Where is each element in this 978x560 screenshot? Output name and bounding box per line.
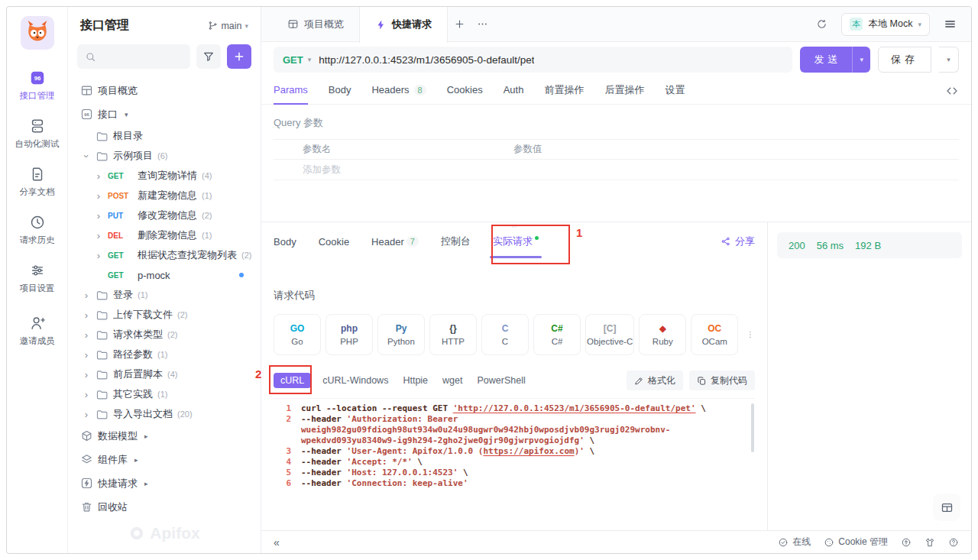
expand-arrow-icon[interactable]: › bbox=[82, 370, 91, 380]
language-card-csharp[interactable]: C# C# bbox=[533, 314, 581, 355]
tree-item-quick-request[interactable]: 快捷请求 ▸ bbox=[77, 471, 251, 495]
send-button[interactable]: 发送 ▾ bbox=[800, 47, 870, 73]
expand-arrow-icon[interactable]: › bbox=[94, 251, 103, 261]
copy-code-button[interactable]: 复制代码 bbox=[689, 371, 755, 390]
add-param-row[interactable]: 添加参数 bbox=[274, 160, 959, 180]
refresh-button[interactable] bbox=[811, 14, 832, 35]
branch-selector[interactable]: main ▾ bbox=[208, 21, 248, 31]
share-button[interactable]: 分享 bbox=[721, 235, 755, 248]
expand-arrow-icon[interactable]: › bbox=[94, 231, 103, 241]
online-status[interactable]: 在线 bbox=[778, 536, 811, 549]
language-card-ocaml[interactable]: OC OCam bbox=[691, 314, 738, 355]
filter-button[interactable] bbox=[196, 44, 221, 69]
expand-arrow-icon[interactable]: › bbox=[82, 290, 91, 300]
response-tab-actual-request[interactable]: 实际请求 bbox=[493, 235, 539, 248]
rail-item-api-management[interactable]: 96 接口管理 bbox=[15, 70, 60, 102]
more-languages-icon[interactable] bbox=[746, 329, 755, 340]
language-card-objective-c[interactable]: [C] Objective-C bbox=[585, 314, 634, 355]
new-tab-button[interactable] bbox=[448, 13, 471, 36]
tree-item-row-13[interactable]: › 路径参数 (1) bbox=[77, 345, 251, 364]
tree-item-recycle-bin[interactable]: 回收站 bbox=[77, 495, 251, 519]
rail-item-invite-members[interactable]: 邀请成员 bbox=[15, 315, 60, 347]
code-scrollbar[interactable] bbox=[751, 403, 754, 452]
tree-item-row-6[interactable]: ›PUT 修改宠物信息 (2) bbox=[77, 206, 251, 225]
generate-code-icon[interactable] bbox=[945, 84, 959, 98]
tree-item-row-12[interactable]: › 请求体类型 (2) bbox=[77, 325, 251, 345]
tree-item-example-project[interactable]: › 示例项目 (6) bbox=[77, 146, 251, 166]
layout-toggle-button[interactable] bbox=[933, 494, 960, 521]
apifox-logo[interactable] bbox=[21, 16, 54, 50]
response-tab-body[interactable]: Body bbox=[274, 236, 296, 248]
tree-item-row-9[interactable]: GET p-mock bbox=[77, 265, 251, 285]
expand-arrow-icon[interactable]: › bbox=[82, 330, 91, 340]
response-tab-console[interactable]: 控制台 bbox=[441, 235, 471, 248]
rail-item-request-history[interactable]: 请求历史 bbox=[15, 214, 60, 246]
expand-arrow-icon[interactable]: › bbox=[82, 350, 91, 360]
tree-item-row-10[interactable]: › 登录 (1) bbox=[77, 285, 251, 305]
code-tab-powershell[interactable]: PowerShell bbox=[475, 373, 526, 388]
theme-button[interactable] bbox=[925, 537, 935, 548]
menu-button[interactable] bbox=[939, 14, 960, 35]
rail-item-project-settings[interactable]: 项目设置 bbox=[15, 262, 60, 294]
url-bar[interactable]: GET ▾ http://127.0.0.1:4523/m1/3656905-0… bbox=[274, 47, 792, 73]
expand-arrow-icon[interactable]: › bbox=[82, 310, 91, 320]
request-tab-cookies[interactable]: Cookies bbox=[447, 77, 483, 105]
method-select[interactable]: GET bbox=[283, 54, 303, 66]
request-tab-auth[interactable]: Auth bbox=[504, 77, 524, 105]
request-tab-headers[interactable]: Headers8 bbox=[371, 77, 426, 105]
tab-overflow-button[interactable] bbox=[471, 13, 494, 36]
request-tab-post-ops[interactable]: 后置操作 bbox=[604, 77, 644, 105]
save-options-caret[interactable]: ▾ bbox=[939, 47, 959, 73]
add-api-button[interactable] bbox=[227, 44, 251, 69]
expand-arrow-icon[interactable]: › bbox=[94, 171, 103, 181]
cookie-manager[interactable]: Cookie 管理 bbox=[824, 536, 888, 549]
request-tab-body[interactable]: Body bbox=[329, 77, 351, 105]
expand-arrow-icon[interactable]: › bbox=[94, 191, 103, 201]
code-tab-curl-windows[interactable]: cURL-Windows bbox=[321, 373, 390, 388]
expand-arrow-icon[interactable]: › bbox=[82, 390, 91, 400]
language-card-go[interactable]: GO Go bbox=[274, 314, 321, 355]
language-card-http[interactable]: {} HTTP bbox=[429, 314, 477, 355]
expand-arrow-icon[interactable]: › bbox=[82, 151, 92, 160]
tree-item-apis[interactable]: 96 接口 ▾ bbox=[77, 102, 251, 126]
collapse-sidebar-button[interactable]: « bbox=[274, 536, 280, 549]
tree-item-components[interactable]: 组件库 ▸ bbox=[77, 448, 251, 471]
language-card-ruby[interactable]: ◆ Ruby bbox=[639, 314, 686, 355]
language-card-c[interactable]: C C bbox=[481, 314, 529, 355]
format-button[interactable]: 格式化 bbox=[627, 371, 683, 390]
tab-quick-request[interactable]: 快捷请求 bbox=[359, 7, 448, 43]
tree-item-row-11[interactable]: › 上传下载文件 (2) bbox=[77, 305, 251, 325]
expand-arrow-icon[interactable]: › bbox=[82, 409, 91, 419]
code-tab-wget[interactable]: wget bbox=[441, 373, 464, 388]
tree-item-row-14[interactable]: › 前后置脚本 (4) bbox=[77, 364, 251, 384]
tree-item-row-16[interactable]: › 导入导出文档 (20) bbox=[77, 404, 251, 424]
upgrade-button[interactable] bbox=[901, 537, 912, 548]
tree-item-row-7[interactable]: ›DEL 删除宠物信息 (1) bbox=[77, 225, 251, 245]
env-selector[interactable]: 本 本地 Mock ▾ bbox=[841, 13, 930, 36]
language-card-php[interactable]: php PHP bbox=[325, 314, 373, 355]
expand-arrow-icon[interactable]: › bbox=[94, 211, 103, 221]
tab-project-overview[interactable]: 项目概览 bbox=[272, 7, 359, 42]
send-options-caret[interactable]: ▾ bbox=[852, 47, 870, 73]
code-tab-httpie[interactable]: Httpie bbox=[401, 373, 429, 388]
tree-item-row-15[interactable]: › 其它实践 (1) bbox=[77, 384, 251, 404]
tree-item-root-folder[interactable]: 根目录 bbox=[77, 126, 251, 146]
request-tab-settings[interactable]: 设置 bbox=[665, 77, 685, 105]
tree-item-row-4[interactable]: ›GET 查询宠物详情 (4) bbox=[77, 166, 251, 186]
tree-item-row-5[interactable]: ›POST 新建宠物信息 (1) bbox=[77, 186, 251, 206]
response-tab-cookie[interactable]: Cookie bbox=[319, 236, 349, 248]
help-button[interactable] bbox=[948, 537, 959, 548]
search-input[interactable] bbox=[77, 44, 190, 69]
request-tab-pre-ops[interactable]: 前置操作 bbox=[544, 77, 584, 105]
request-tab-params[interactable]: Params bbox=[274, 77, 308, 105]
tree-item-project-overview[interactable]: 项目概览 bbox=[77, 79, 251, 102]
tree-item-row-8[interactable]: ›GET 根据状态查找宠物列表 (2) bbox=[77, 245, 251, 265]
rail-item-automated-testing[interactable]: 自动化测试 bbox=[15, 118, 60, 150]
url-input[interactable]: http://127.0.0.1:4523/m1/3656905-0-defau… bbox=[319, 54, 534, 66]
language-card-python[interactable]: Py Python bbox=[377, 314, 425, 355]
rail-item-share-docs[interactable]: 分享文档 bbox=[15, 166, 60, 198]
tree-item-data-models[interactable]: 数据模型 ▸ bbox=[77, 424, 251, 448]
save-button[interactable]: 保存 bbox=[878, 47, 931, 73]
response-tab-header[interactable]: Header7 bbox=[371, 236, 419, 248]
code-tab-curl[interactable]: cURL bbox=[274, 373, 311, 388]
